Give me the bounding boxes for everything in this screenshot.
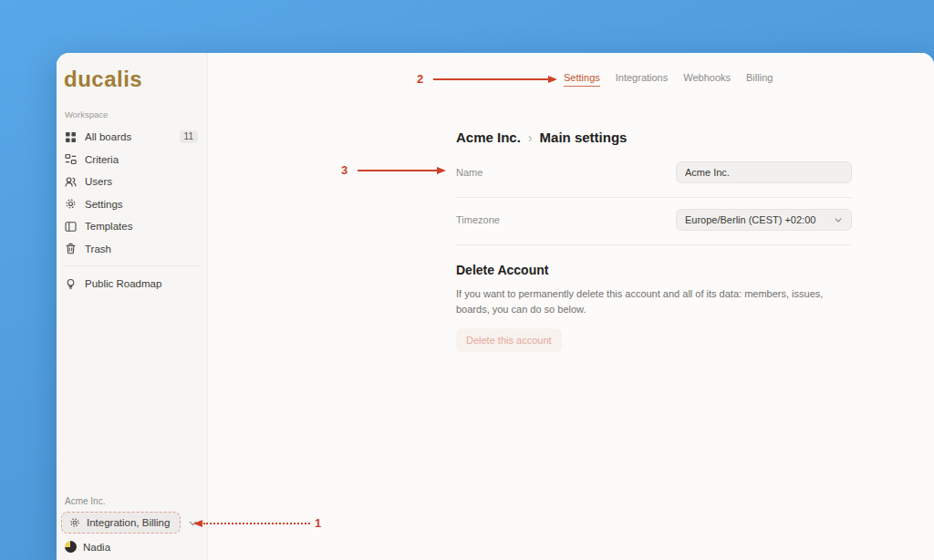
delete-account-section: Delete Account If you want to permanentl… bbox=[456, 263, 852, 352]
tab-integrations[interactable]: Integrations bbox=[616, 72, 668, 87]
gear-icon bbox=[69, 517, 80, 528]
sidebar: ducalis Workspace All boards 11 Criteria… bbox=[57, 53, 208, 560]
sidebar-footer: Acme Inc. Integration, Billing Nadia bbox=[57, 496, 207, 560]
workspace-switcher-button[interactable]: Integration, Billing bbox=[61, 512, 181, 534]
sidebar-item-label: All boards bbox=[85, 131, 171, 142]
page-title: Main settings bbox=[540, 130, 628, 145]
user-avatar bbox=[65, 541, 77, 553]
boards-count-badge: 11 bbox=[180, 130, 198, 143]
sidebar-item-label: Settings bbox=[85, 199, 198, 210]
breadcrumb: Acme Inc. › Main settings bbox=[456, 130, 852, 145]
settings-topnav: Settings Integrations Webhooks Billing bbox=[564, 72, 773, 87]
workspace-switcher-label: Integration, Billing bbox=[87, 517, 170, 528]
app-window: ducalis Workspace All boards 11 Criteria… bbox=[57, 53, 934, 560]
sidebar-item-trash[interactable]: Trash bbox=[57, 238, 207, 261]
templates-icon bbox=[65, 221, 77, 233]
main-panel: Settings Integrations Webhooks Billing A… bbox=[208, 53, 934, 560]
workspace-section-label: Workspace bbox=[65, 109, 207, 119]
sidebar-item-label: Users bbox=[85, 176, 198, 187]
sidebar-item-public-roadmap[interactable]: Public Roadmap bbox=[57, 273, 207, 296]
user-name: Nadia bbox=[83, 542, 110, 553]
sidebar-item-templates[interactable]: Templates bbox=[57, 215, 207, 238]
chevron-down-icon bbox=[834, 215, 843, 224]
timezone-select[interactable]: Europe/Berlin (CEST) +02:00 bbox=[676, 209, 852, 231]
current-user-row[interactable]: Nadia bbox=[65, 541, 207, 553]
name-input[interactable] bbox=[676, 161, 852, 183]
settings-content: Acme Inc. › Main settings Name Timezone … bbox=[456, 130, 852, 352]
name-field-label: Name bbox=[456, 167, 483, 178]
timezone-selected-value: Europe/Berlin (CEST) +02:00 bbox=[685, 214, 815, 225]
sidebar-item-criteria[interactable]: Criteria bbox=[57, 149, 207, 171]
sidebar-item-all-boards[interactable]: All boards 11 bbox=[57, 126, 207, 149]
gear-icon bbox=[65, 198, 77, 210]
delete-account-title: Delete Account bbox=[456, 263, 852, 277]
timezone-field-label: Timezone bbox=[456, 214, 500, 225]
sidebar-item-label: Public Roadmap bbox=[85, 278, 198, 289]
sidebar-item-label: Trash bbox=[85, 244, 198, 254]
trash-icon bbox=[65, 243, 77, 254]
timezone-field-row: Timezone Europe/Berlin (CEST) +02:00 bbox=[456, 198, 852, 245]
workspace-name-label: Acme Inc. bbox=[65, 496, 207, 506]
chevron-down-icon[interactable] bbox=[188, 518, 198, 528]
sidebar-divider bbox=[65, 265, 199, 266]
criteria-icon bbox=[65, 153, 77, 165]
users-icon bbox=[65, 176, 77, 188]
name-field-row: Name bbox=[456, 150, 852, 198]
delete-account-button[interactable]: Delete this account bbox=[456, 328, 562, 352]
breadcrumb-chevron-icon: › bbox=[528, 130, 533, 145]
tab-webhooks[interactable]: Webhooks bbox=[683, 72, 731, 87]
lightbulb-icon bbox=[65, 278, 77, 290]
ducalis-logo: ducalis bbox=[64, 67, 207, 92]
sidebar-item-label: Criteria bbox=[85, 154, 198, 165]
delete-account-description: If you want to permanently delete this a… bbox=[456, 286, 852, 316]
sidebar-item-users[interactable]: Users bbox=[57, 171, 207, 193]
sidebar-item-settings[interactable]: Settings bbox=[57, 193, 207, 216]
sidebar-item-label: Templates bbox=[85, 221, 198, 232]
tab-billing[interactable]: Billing bbox=[746, 72, 773, 87]
boards-grid-icon bbox=[65, 131, 77, 143]
breadcrumb-workspace: Acme Inc. bbox=[456, 130, 521, 145]
tab-settings[interactable]: Settings bbox=[564, 72, 600, 87]
